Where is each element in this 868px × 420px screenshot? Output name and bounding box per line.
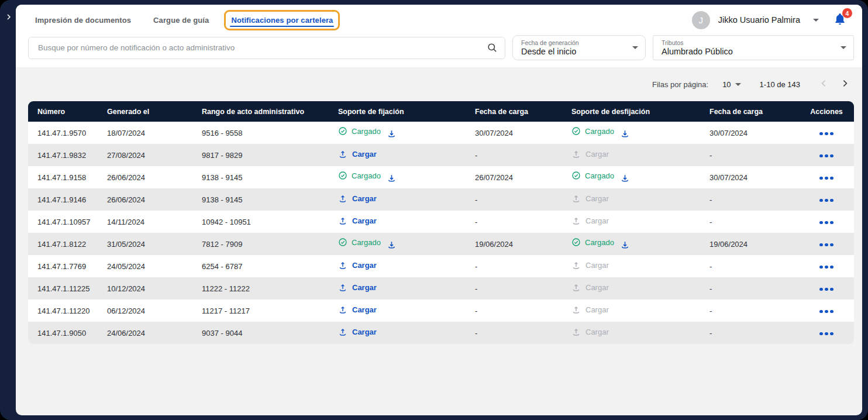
cell-generado-el: 24/05/2024	[98, 255, 192, 277]
notifications-table: Número Generado el Rango de acto adminis…	[28, 101, 854, 344]
download-icon	[387, 240, 397, 250]
header-soporte-fijacion: Soporte de fijación	[329, 101, 466, 122]
upload-icon	[338, 283, 347, 292]
rows-per-page-select[interactable]: 10	[719, 80, 744, 89]
pagination-range: 1-10 de 143	[760, 80, 800, 89]
row-actions-button[interactable]	[816, 241, 837, 249]
cell-fecha-carga-desfijacion: 30/07/2024	[700, 166, 804, 188]
search-icon[interactable]	[487, 42, 498, 53]
cell-soporte-desfijacion: Cargado	[562, 166, 700, 188]
user-menu-caret-icon[interactable]	[813, 19, 819, 22]
cell-acciones	[804, 299, 854, 322]
cell-rango: 10942 - 10951	[192, 211, 329, 233]
upload-label: Cargar	[352, 150, 377, 159]
tab-notificaciones-por-cartelera[interactable]: Notificaciones por cartelera	[224, 10, 340, 30]
row-actions-button[interactable]	[816, 197, 837, 205]
table-row: 141.47.1.9158 26/06/2024 9138 - 9145 Car…	[28, 166, 854, 188]
cell-soporte-fijacion: Cargar	[329, 144, 466, 166]
avatar[interactable]: J	[692, 11, 710, 29]
cell-soporte-fijacion: Cargar	[329, 322, 466, 344]
upload-support-button: Cargar	[571, 328, 609, 337]
status-cargado: Cargado	[571, 126, 614, 136]
status-cargado: Cargado	[338, 171, 381, 180]
app-frame: Impresión de documentos Cargue de guía N…	[0, 0, 868, 420]
upload-support-button[interactable]: Cargar	[338, 261, 377, 270]
status-cargado-label: Cargado	[585, 171, 614, 180]
row-actions-button[interactable]	[816, 285, 837, 294]
check-circle-icon	[338, 126, 347, 136]
upload-support-button[interactable]: Cargar	[338, 150, 377, 159]
cell-acciones	[804, 211, 854, 233]
cell-generado-el: 26/06/2024	[98, 166, 192, 188]
cell-acciones	[804, 166, 854, 188]
table-row: 141.47.1.11220 06/12/2024 11217 - 11217 …	[28, 299, 854, 322]
download-support-button[interactable]	[387, 173, 397, 184]
status-cargado-label: Cargado	[352, 127, 381, 136]
header-numero: Número	[28, 101, 98, 122]
next-page-button[interactable]	[836, 76, 853, 92]
table-row: 141.47.1.9570 18/07/2024 9516 - 9558 Car…	[28, 122, 854, 144]
header-generado-el: Generado el	[98, 101, 192, 122]
cell-soporte-fijacion: Cargar	[329, 299, 466, 322]
upload-icon	[571, 283, 581, 292]
upload-icon	[571, 328, 581, 337]
upload-icon	[338, 150, 347, 159]
header-soporte-desfijacion: Soporte de desfijación	[562, 101, 700, 122]
cell-fecha-carga-fijacion: -	[466, 188, 562, 211]
download-support-button[interactable]	[620, 240, 630, 250]
cell-generado-el: 06/12/2024	[98, 299, 192, 322]
cell-soporte-fijacion: Cargado	[329, 166, 466, 188]
upload-support-button[interactable]: Cargar	[338, 328, 377, 337]
cell-acciones	[804, 255, 854, 277]
generation-date-select[interactable]: Fecha de generación Desde el inicio	[512, 35, 646, 60]
cell-acciones	[804, 144, 854, 166]
generation-date-value: Desde el inicio	[521, 47, 628, 56]
download-support-button[interactable]	[387, 129, 397, 139]
row-actions-button[interactable]	[816, 174, 837, 183]
upload-icon	[338, 216, 347, 226]
tab-cargue-de-guia[interactable]: Cargue de guía	[146, 10, 216, 30]
previous-page-button[interactable]	[815, 76, 832, 92]
upload-label: Cargar	[585, 305, 609, 314]
tributes-value: Alumbrado Público	[662, 47, 836, 56]
upload-support-button[interactable]: Cargar	[338, 194, 377, 204]
cell-soporte-fijacion: Cargar	[329, 255, 466, 277]
table-row: 141.47.1.9832 27/08/2024 9817 - 9829 Car…	[28, 144, 854, 166]
download-support-button[interactable]	[387, 240, 397, 250]
top-right-area: J Jikko Usuario Palmira 4	[692, 11, 854, 29]
row-actions-button[interactable]	[816, 308, 837, 316]
cell-acciones	[804, 233, 854, 255]
download-support-button[interactable]	[620, 129, 630, 139]
cell-rango: 9516 - 9558	[192, 122, 329, 144]
upload-support-button[interactable]: Cargar	[338, 305, 377, 315]
notifications-bell-button[interactable]: 4	[833, 12, 848, 27]
cell-fecha-carga-desfijacion: -	[700, 299, 804, 322]
cell-soporte-fijacion: Cargar	[329, 188, 466, 211]
table-row: 141.47.1.9050 24/06/2024 9037 - 9044 Car…	[28, 322, 854, 344]
row-actions-button[interactable]	[816, 219, 837, 227]
cell-soporte-desfijacion: Cargar	[562, 255, 700, 277]
upload-icon	[571, 305, 581, 315]
row-actions-button[interactable]	[816, 152, 837, 160]
chevron-right-icon	[5, 13, 12, 22]
cell-soporte-fijacion: Cargar	[329, 211, 466, 233]
cell-numero: 141.47.1.9570	[28, 122, 98, 144]
upload-label: Cargar	[352, 305, 377, 314]
row-actions-button[interactable]	[816, 130, 837, 138]
row-actions-button[interactable]	[816, 330, 837, 338]
row-actions-button[interactable]	[816, 263, 837, 271]
status-cargado: Cargado	[338, 126, 381, 136]
upload-support-button[interactable]: Cargar	[338, 283, 377, 292]
tributes-select[interactable]: Tributos Alumbrado Público	[653, 35, 854, 60]
table-row: 141.47.1.7769 24/05/2024 6254 - 6787 Car…	[28, 255, 854, 277]
cell-fecha-carga-desfijacion: -	[700, 211, 804, 233]
cell-rango: 7812 - 7909	[192, 233, 329, 255]
search-input[interactable]	[37, 43, 487, 53]
download-support-button[interactable]	[620, 173, 630, 184]
tab-impresion-de-documentos[interactable]: Impresión de documentos	[28, 10, 138, 30]
cell-fecha-carga-desfijacion: -	[700, 188, 804, 211]
check-circle-icon	[338, 237, 347, 247]
cell-fecha-carga-fijacion: 26/07/2024	[466, 166, 562, 188]
upload-support-button[interactable]: Cargar	[338, 216, 377, 226]
sidebar-expand-button[interactable]	[4, 13, 13, 22]
